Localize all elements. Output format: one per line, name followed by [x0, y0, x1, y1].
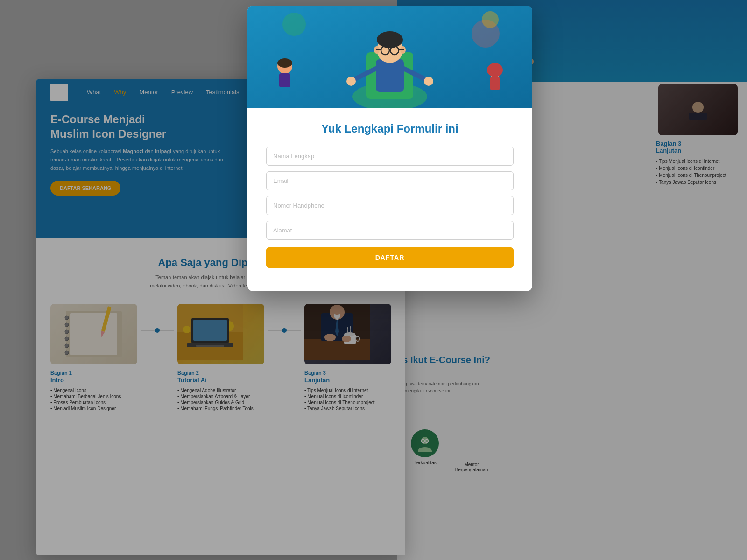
modal-box: Yuk Lengkapi Formulir ini DAFTAR	[247, 6, 532, 291]
svg-point-118	[487, 63, 503, 77]
svg-point-115	[277, 58, 292, 68]
svg-point-109	[424, 77, 433, 86]
svg-point-110	[282, 13, 306, 36]
svg-point-108	[346, 77, 356, 86]
modal-form: Yuk Lengkapi Formulir ini DAFTAR	[247, 108, 532, 273]
svg-point-112	[482, 11, 499, 28]
phone-input[interactable]	[266, 196, 514, 215]
svg-rect-114	[279, 73, 290, 87]
email-input[interactable]	[266, 171, 514, 190]
nama-input[interactable]	[266, 147, 514, 166]
alamat-input[interactable]	[266, 221, 514, 240]
daftar-button[interactable]: DAFTAR	[266, 247, 514, 268]
svg-rect-96	[376, 59, 404, 92]
svg-rect-117	[490, 77, 500, 90]
modal-illustration	[247, 6, 532, 108]
modal-title: Yuk Lengkapi Formulir ini	[266, 122, 514, 135]
svg-point-98	[377, 31, 403, 48]
